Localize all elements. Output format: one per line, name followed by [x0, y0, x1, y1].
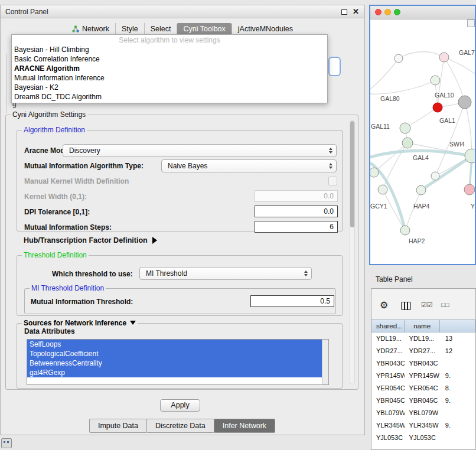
- table-cell: 9.: [441, 419, 475, 432]
- list-scrollbar[interactable]: [322, 340, 328, 384]
- node-label-gcy1: GCY1: [370, 203, 387, 210]
- mi-threshold-definition-group: MI Threshold Definition Mutual Informati…: [24, 288, 336, 314]
- algorithm-option-basic-correlation-inference[interactable]: Basic Correlation Inference: [12, 54, 327, 64]
- mi-steps-field[interactable]: 6: [255, 221, 338, 233]
- table-row[interactable]: YJL053CYJL053C: [371, 432, 475, 444]
- tab-style[interactable]: Style: [115, 23, 144, 35]
- gear-icon[interactable]: ⚙: [380, 299, 388, 311]
- table-row[interactable]: YBR045CYBR045C9.: [371, 394, 475, 407]
- network-canvas[interactable]: GAL7GAL80GAL10GAL11GAL1SWI4GAL4GCY1HAP4Y…: [370, 19, 475, 265]
- network-node[interactable]: [400, 123, 410, 133]
- sources-title: Sources for Network Inference: [24, 319, 126, 327]
- network-edge[interactable]: [370, 80, 435, 94]
- table-cell: [441, 432, 475, 444]
- data-attribute-item-selfloops[interactable]: SelfLoops: [27, 340, 322, 349]
- algorithm-option-aracne-algorithm[interactable]: ARACNE Algorithm: [12, 64, 327, 73]
- network-edge[interactable]: [370, 58, 399, 89]
- minimized-panel-icon[interactable]: [1, 438, 12, 448]
- algorithm-option-bayesian-hill-climbing[interactable]: Bayesian - Hill Climbing: [12, 45, 327, 54]
- network-node[interactable]: [439, 53, 449, 62]
- mode-tab-discretize-data[interactable]: Discretize Data: [146, 419, 214, 433]
- data-attribute-item-topologicalcoefficient[interactable]: TopologicalCoefficient: [27, 349, 322, 358]
- which-threshold-select[interactable]: MI Threshold: [139, 267, 312, 280]
- network-graph: GAL7GAL80GAL10GAL11GAL1SWI4GAL4GCY1HAP4Y…: [370, 19, 475, 265]
- network-node[interactable]: [431, 172, 439, 180]
- table-cell: YJL053C: [371, 432, 405, 444]
- network-node[interactable]: [431, 76, 440, 85]
- network-window-titlebar[interactable]: [370, 6, 475, 19]
- data-attributes-list[interactable]: SelfLoopsTopologicalCoefficientBetweenne…: [27, 339, 329, 385]
- network-edge[interactable]: [465, 102, 472, 156]
- node-label-y: Y: [471, 203, 475, 210]
- mi-threshold-field[interactable]: 0.5: [250, 295, 334, 307]
- table-row[interactable]: YBR043CYBR043C: [371, 357, 475, 370]
- mode-tab-infer-network[interactable]: Infer Network: [214, 419, 275, 433]
- network-node[interactable]: [402, 138, 413, 148]
- column-header-2[interactable]: [439, 319, 475, 332]
- network-node[interactable]: [464, 184, 475, 195]
- close-window-icon[interactable]: ✕: [353, 7, 359, 16]
- control-panel-titlebar[interactable]: Control Panel ✕: [1, 5, 364, 18]
- table-row[interactable]: YPR145WYPR145W9.: [371, 370, 475, 382]
- minimize-button[interactable]: [384, 9, 391, 15]
- tab-jactivemnodules[interactable]: jActiveMNodules: [232, 23, 299, 35]
- network-node[interactable]: [433, 103, 442, 112]
- select-all-checks-icon[interactable]: ☑☑: [421, 301, 433, 309]
- hub-definition-toggle[interactable]: Hub/Transcription Factor Definition: [24, 236, 157, 244]
- algorithm-option-mutual-information-inference[interactable]: Mutual Information Inference: [12, 73, 327, 83]
- canvas-scrollbar-corner[interactable]: [467, 19, 475, 27]
- deselect-all-checks-icon[interactable]: □□: [441, 301, 449, 308]
- network-edge[interactable]: [374, 143, 407, 172]
- columns-icon[interactable]: [401, 302, 411, 310]
- aracne-mode-select[interactable]: Discovery: [63, 144, 337, 157]
- data-attribute-item-gal4rgexp[interactable]: gal4RGexp: [27, 368, 322, 377]
- network-edge[interactable]: [405, 107, 438, 128]
- data-attribute-item-betweennesscentrality[interactable]: BetweennessCentrality: [27, 358, 322, 368]
- network-node[interactable]: [458, 96, 471, 109]
- column-header-1[interactable]: name: [404, 319, 440, 332]
- table-row[interactable]: YBL079WYBL079W: [371, 407, 475, 419]
- node-label-swi4: SWI4: [449, 141, 465, 148]
- node-table: shared...name YDL19...YDL19...13YDR27...…: [371, 319, 475, 450]
- sources-toggle[interactable]: Sources for Network Inference: [22, 319, 138, 327]
- apply-button[interactable]: Apply: [160, 399, 200, 412]
- network-edge[interactable]: [405, 190, 421, 230]
- algorithm-definition-group: Algorithm Definition Aracne Mode: Discov…: [17, 130, 343, 231]
- tab-label: Select: [151, 25, 171, 33]
- tab-select[interactable]: Select: [144, 23, 177, 35]
- table-panel-title: Table Panel: [376, 275, 413, 283]
- table-cell: YDL19...: [405, 332, 441, 345]
- tab-label: Network: [82, 25, 109, 33]
- network-node[interactable]: [370, 168, 379, 177]
- network-edge[interactable]: [399, 52, 444, 59]
- stepper-arrows-icon: [329, 148, 332, 154]
- tab-cyni-toolbox[interactable]: Cyni Toolbox: [177, 23, 231, 35]
- dpi-tolerance-field[interactable]: 0.0: [255, 206, 338, 217]
- tab-network[interactable]: Network: [66, 23, 115, 35]
- network-node[interactable]: [395, 54, 403, 63]
- network-node[interactable]: [378, 185, 387, 194]
- settings-scrollbar-thumb[interactable]: [350, 121, 354, 227]
- table-row[interactable]: YDR27...YDR27...12: [371, 345, 475, 357]
- expanded-arrow-icon: [130, 321, 136, 325]
- table-row[interactable]: YER054CYER054C8.: [371, 382, 475, 394]
- settings-scrollbar[interactable]: [350, 120, 355, 384]
- mode-tab-impute-data[interactable]: Impute Data: [89, 419, 147, 433]
- mi-type-select[interactable]: Naive Bayes: [161, 159, 337, 172]
- network-node[interactable]: [416, 185, 426, 195]
- algorithm-dropdown-popup: Select algorithm to view settings Bayesi…: [11, 34, 328, 103]
- zoom-button[interactable]: [394, 9, 400, 15]
- algorithm-option-dream8-dc-tdc-algorithm[interactable]: Dream8 DC_TDC Algorithm: [12, 92, 327, 102]
- window-title: Control Panel: [5, 8, 48, 16]
- which-threshold-value: MI Threshold: [146, 269, 187, 278]
- column-header-0[interactable]: shared...: [371, 319, 405, 332]
- occluded-spinner-fragment[interactable]: [328, 57, 341, 76]
- table-row[interactable]: YLR345WYLR345W9.: [371, 419, 475, 432]
- network-edge[interactable]: [421, 156, 472, 190]
- table-row[interactable]: YDL19...YDL19...13: [371, 332, 475, 345]
- algorithm-option-bayesian-k2[interactable]: Bayesian - K2: [12, 83, 327, 92]
- network-node[interactable]: [400, 226, 410, 235]
- node-label-gal1: GAL1: [439, 117, 455, 124]
- close-button[interactable]: [375, 9, 382, 15]
- float-window-icon[interactable]: [341, 9, 347, 15]
